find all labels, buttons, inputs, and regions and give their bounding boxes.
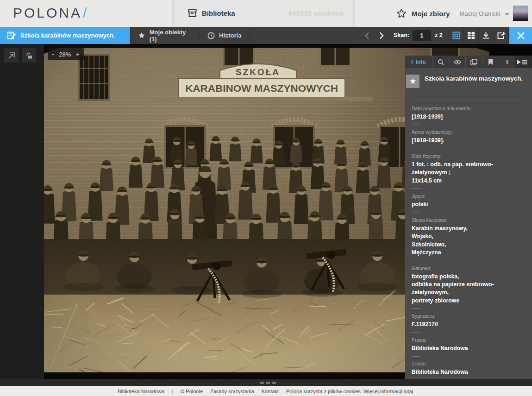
strip-handle[interactable] — [260, 382, 276, 384]
tab-my-objects-label: Moje obiekty (1) — [150, 29, 192, 43]
unlock-icon — [25, 52, 33, 59]
list-lines-icon — [522, 59, 527, 65]
user-menu-caret-icon[interactable] — [505, 13, 509, 16]
info-field: Prawa:Biblioteka Narodowa — [412, 337, 526, 352]
cookie-text: Polona korzysta z plików cookies. Więcej… — [286, 389, 402, 394]
info-fields: Data powstania dokumentu:[1918-1939]Adre… — [412, 106, 526, 379]
field-value: F.119217/I — [412, 321, 526, 328]
scan-total: z 2 — [435, 32, 443, 38]
bookmark-icon — [488, 59, 493, 65]
field-value: polski — [412, 201, 526, 208]
panel-tab-search[interactable] — [432, 56, 449, 68]
field-value-link[interactable]: Szkolnictwo, — [412, 241, 526, 249]
title-divider — [412, 100, 526, 100]
field-label: Słowa kluczowe: — [412, 217, 526, 223]
field-value-link[interactable]: Mężczyzna — [412, 249, 526, 257]
my-collections-label: Moje zbiory — [412, 10, 450, 18]
zoom-in-button[interactable]: + — [76, 50, 80, 58]
field-value-link[interactable]: fotografia polska, — [412, 273, 526, 281]
next-scan-button[interactable] — [375, 29, 388, 42]
field-value: 1 fot. : odb. na pap. srebrowo-żelatynow… — [412, 161, 526, 177]
pages-icon — [470, 59, 477, 65]
tab-current-object[interactable]: Szkoła karabinów maszynowych. — [0, 27, 130, 44]
footer-link[interactable]: Biblioteka Narodowa — [118, 389, 164, 394]
close-viewer-button[interactable] — [509, 27, 532, 44]
info-icon: i — [411, 58, 413, 66]
field-divider — [412, 333, 420, 333]
prev-scan-button[interactable] — [360, 29, 374, 42]
header: POLONA/ Biblioteka 949335 obiektów Moje … — [0, 0, 532, 27]
logo-slash: / — [83, 5, 88, 20]
expand-corner-icon — [8, 52, 15, 59]
clock-icon — [207, 32, 215, 39]
field-value: Biblioteka Narodowa — [412, 368, 526, 376]
footer-link[interactable]: O Polonie — [181, 389, 203, 394]
panel-tab-bookmark[interactable] — [482, 56, 499, 68]
scan-label: Skan: — [394, 32, 409, 38]
library-tab[interactable]: Biblioteka — [188, 8, 235, 18]
eye-icon — [454, 59, 461, 65]
favorite-star-badge[interactable]: ★ — [406, 75, 419, 88]
polona-logo[interactable]: POLONA/ — [13, 5, 88, 21]
field-divider — [412, 189, 420, 189]
panel-tab-facebook[interactable]: f — [499, 56, 515, 68]
download-button[interactable] — [478, 27, 493, 44]
user-name[interactable]: Maciej Olanicki — [460, 10, 500, 17]
cookie-link[interactable]: tutaj — [403, 389, 413, 394]
fit-screen-icon — [452, 31, 460, 39]
footer-link[interactable]: Kontakt — [262, 389, 279, 394]
document-edit-icon — [7, 31, 16, 39]
field-label: Data powstania dokumentu: — [412, 106, 526, 111]
scan-number-input[interactable] — [413, 30, 431, 41]
field-divider — [412, 149, 420, 149]
zoom-level: 28% — [59, 51, 71, 58]
footer-link[interactable]: Zasady korzystania — [210, 389, 254, 394]
field-value: [1918-1939] — [412, 113, 526, 121]
archive-box-icon — [188, 8, 197, 18]
viewer-toolbar: Szkoła karabinów maszynowych. Moje obiek… — [0, 27, 532, 44]
star-icon — [138, 31, 145, 39]
field-value: [1918-1939]. — [412, 137, 526, 145]
logo-text: POLONA — [13, 5, 82, 20]
tab-history[interactable]: Historia — [200, 27, 250, 44]
header-library-section[interactable]: Biblioteka 949335 obiektów — [172, 0, 355, 27]
field-value-link[interactable]: Wojsko, — [412, 233, 526, 240]
download-icon — [482, 31, 490, 39]
user-avatar[interactable] — [513, 6, 528, 21]
tab-history-label: Historia — [219, 32, 241, 39]
thumbnails-button[interactable] — [463, 27, 478, 44]
thumbnail-strip — [0, 379, 532, 386]
info-field: Adres wydawniczy:[1918-1939]. — [412, 129, 526, 145]
expand-corner-button[interactable] — [4, 48, 19, 63]
field-divider — [412, 261, 420, 261]
field-label: Gatunek: — [412, 265, 526, 271]
tab-current-object-label: Szkoła karabinów maszynowych. — [20, 32, 115, 39]
panel-tab-preview[interactable] — [449, 56, 465, 68]
field-divider — [412, 356, 420, 357]
field-divider — [412, 308, 420, 309]
object-count: 949335 obiektów — [288, 9, 344, 17]
panel-tab-bar: i Info — [405, 56, 532, 68]
info-panel: i Info — [405, 56, 532, 379]
field-value-link[interactable]: portrety zbiorowe — [412, 297, 526, 305]
cookie-period: . — [413, 389, 414, 394]
panel-collapse-button[interactable] — [517, 58, 529, 66]
search-icon — [438, 59, 444, 65]
zoom-control: - 28% + — [48, 48, 84, 60]
zoom-out-button[interactable]: - — [52, 50, 54, 58]
my-collections-tab[interactable]: Moje zbiory — [396, 8, 450, 19]
panel-tab-info-label: Info — [416, 59, 426, 65]
panel-tab-info[interactable]: i Info — [405, 56, 432, 68]
footer: Biblioteka Narodowa|O PolonieZasady korz… — [0, 386, 532, 396]
grid-icon — [467, 31, 475, 39]
field-value-link[interactable]: odbitka na papierze srebrowo-żelatynowym… — [412, 281, 526, 297]
tab-my-objects[interactable]: Moje obiekty (1) — [130, 27, 199, 44]
field-value-link[interactable]: Karabin maszynowy, — [412, 225, 526, 233]
info-field: Język:polski — [412, 193, 526, 208]
panel-tab-copies[interactable] — [465, 56, 482, 68]
lock-toggle-button[interactable] — [22, 48, 36, 63]
share-button[interactable] — [494, 27, 509, 44]
field-label: Źródło: — [412, 361, 526, 366]
panel-body: ★ Szkoła karabinów maszynowych. Data pow… — [405, 68, 532, 379]
fit-screen-button[interactable] — [449, 27, 463, 44]
